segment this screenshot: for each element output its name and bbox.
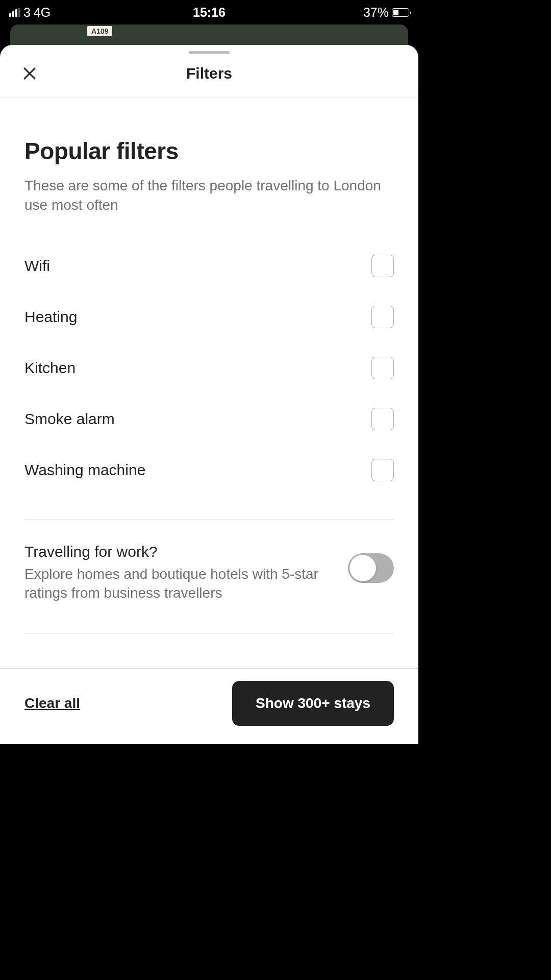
- work-toggle[interactable]: [348, 553, 394, 583]
- filter-label: Wifi: [24, 257, 50, 275]
- filter-checkbox-smoke-alarm[interactable]: [371, 408, 394, 430]
- close-icon: [22, 66, 37, 81]
- filters-content[interactable]: Popular filters These are some of the fi…: [0, 97, 418, 668]
- filter-label: Heating: [24, 308, 77, 326]
- sheet-title: Filters: [186, 65, 232, 82]
- popular-filters-title: Popular filters: [24, 137, 394, 165]
- popular-filter-list: Wifi Heating Kitchen Smoke alarm Washing…: [24, 240, 394, 496]
- close-button[interactable]: [19, 63, 40, 84]
- work-toggle-description: Explore homes and boutique hotels with 5…: [24, 565, 338, 603]
- signal-icon: [9, 8, 20, 17]
- status-left: 3 4G: [9, 5, 51, 20]
- filter-checkbox-heating[interactable]: [371, 306, 394, 328]
- filter-label: Smoke alarm: [24, 410, 115, 428]
- travelling-for-work-section: Travelling for work? Explore homes and b…: [24, 543, 394, 634]
- section-divider: [24, 519, 394, 520]
- popular-filters-description: These are some of the filters people tra…: [24, 176, 394, 215]
- filter-row-heating[interactable]: Heating: [24, 291, 394, 342]
- filter-row-wifi[interactable]: Wifi: [24, 240, 394, 291]
- filters-sheet: Filters Popular filters These are some o…: [0, 45, 418, 744]
- filter-row-washing-machine[interactable]: Washing machine: [24, 445, 394, 496]
- sheet-header: Filters: [0, 54, 418, 97]
- show-stays-button[interactable]: Show 300+ stays: [232, 681, 394, 726]
- status-right: 37%: [363, 5, 409, 20]
- route-badge: A109: [87, 26, 113, 37]
- filter-checkbox-kitchen[interactable]: [371, 357, 394, 379]
- status-time: 15:16: [193, 5, 226, 20]
- filter-checkbox-washing-machine[interactable]: [371, 459, 394, 481]
- filter-checkbox-wifi[interactable]: [371, 255, 394, 277]
- network-label: 4G: [34, 5, 51, 20]
- toggle-knob: [349, 555, 376, 581]
- clear-all-button[interactable]: Clear all: [24, 695, 80, 712]
- battery-percent: 37%: [363, 5, 389, 20]
- work-toggle-title: Travelling for work?: [24, 543, 338, 560]
- status-bar: 3 4G 15:16 37%: [0, 0, 418, 24]
- filter-row-kitchen[interactable]: Kitchen: [24, 342, 394, 394]
- sheet-footer: Clear all Show 300+ stays: [0, 668, 418, 744]
- filter-label: Washing machine: [24, 461, 145, 479]
- carrier-label: 3: [23, 5, 31, 20]
- filter-label: Kitchen: [24, 359, 76, 377]
- battery-icon: [392, 8, 409, 17]
- toggle-text: Travelling for work? Explore homes and b…: [24, 543, 338, 603]
- filter-row-smoke-alarm[interactable]: Smoke alarm: [24, 394, 394, 445]
